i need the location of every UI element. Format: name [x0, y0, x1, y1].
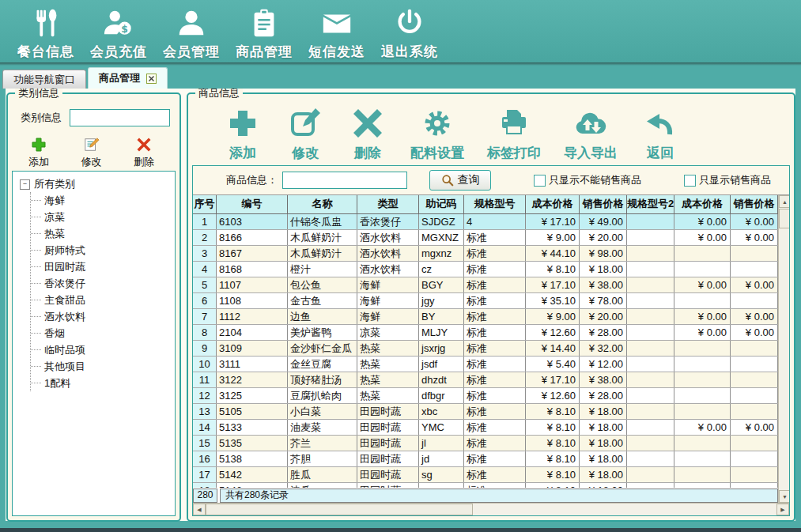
toolbar-item-product_manage[interactable]: 商品管理 [228, 7, 300, 61]
table-row[interactable]: 93109金沙虾仁金瓜热菜jsxrjg标准¥ 14.40¥ 32.00 [193, 341, 778, 357]
tree-item-凉菜[interactable]: 凉菜 [31, 209, 175, 225]
table-cell [731, 262, 778, 277]
tree-item-主食甜品[interactable]: 主食甜品 [31, 292, 175, 308]
product-toolbar-delete-button[interactable]: 删除 [348, 108, 387, 162]
table-cell: 油麦菜 [288, 420, 357, 435]
scroll-left-icon[interactable]: ◀ [193, 504, 206, 515]
product-search-row: 商品信息： 查询 只显示不能销售商品 只显示销售商品 [193, 166, 789, 195]
checkbox-icon[interactable] [534, 175, 546, 187]
tree-item-热菜[interactable]: 热菜 [31, 225, 175, 242]
tree-item-厨师特式[interactable]: 厨师特式 [31, 242, 175, 258]
table-row[interactable]: 135105小白菜田园时蔬xbc标准¥ 8.10¥ 18.00 [193, 404, 778, 420]
table-row[interactable]: 123125豆腐扒蛤肉热菜dfbgr标准¥ 12.60¥ 28.00 [193, 388, 778, 404]
tree-item-田园时蔬[interactable]: 田园时蔬 [31, 258, 175, 275]
table-cell: ¥ 18.00 [580, 451, 627, 466]
table-cell [674, 467, 731, 482]
column-header-7[interactable]: 销售价格 [580, 195, 627, 213]
table-row[interactable]: 51107包公鱼海鲜BGY标准¥ 17.10¥ 38.00¥ 0.00¥ 0.0… [193, 277, 778, 293]
toolbar-item-fork_spoon[interactable]: 餐台信息 [9, 7, 82, 61]
table-row[interactable]: 28166木瓜鲜奶汁酒水饮料MGXNZ标准¥ 9.00¥ 20.00¥ 0.00… [193, 230, 778, 246]
product-toolbar-gear-button[interactable]: 配料设置 [410, 108, 464, 162]
product-toolbar-plus-button[interactable]: 添加 [223, 108, 263, 162]
checkbox-hide-unsellable[interactable]: 只显示不能销售商品 [534, 173, 641, 187]
category-note-edit-button[interactable]: 修改 [81, 137, 102, 169]
checkbox-icon[interactable] [684, 175, 696, 187]
category-delete-red-button[interactable]: 删除 [134, 137, 154, 169]
table-cell [731, 436, 778, 451]
table-row[interactable]: 145133油麦菜田园时蔬YMC标准¥ 8.10¥ 18.00¥ 0.00¥ 0… [193, 420, 778, 436]
tree-item-香烟[interactable]: 香烟 [31, 325, 175, 341]
window-bottom-edge [0, 528, 801, 532]
tab-close-icon[interactable] [146, 74, 157, 84]
horizontal-scroll-thumb[interactable] [206, 504, 473, 515]
product-toolbar-import-export-button[interactable]: 导入导出 [564, 108, 618, 162]
tree-expander-icon[interactable]: − [20, 179, 30, 190]
product-toolbar-back-button[interactable]: 返回 [640, 108, 680, 162]
query-button[interactable]: 查询 [429, 170, 491, 191]
grid-column-area: 序号编号名称类型助记码规格型号成本价格销售价格规格型号2成本价格销售价格 161… [193, 195, 778, 503]
table-cell: ¥ 5.40 [526, 357, 580, 372]
product-search-input[interactable] [282, 172, 407, 189]
table-cell: 标准 [464, 325, 526, 340]
table-cell: 8166 [217, 230, 288, 245]
vertical-scroll-track[interactable] [779, 228, 789, 490]
toolbar-item-sms_send[interactable]: 短信发送 [300, 7, 373, 61]
tab-功能导航窗口[interactable]: 功能导航窗口 [2, 70, 86, 89]
product-toolbar-edit-button[interactable]: 修改 [285, 108, 325, 162]
table-row[interactable]: 61108金古鱼海鲜jgy标准¥ 35.10¥ 78.00 [193, 293, 778, 309]
table-row[interactable]: 71112边鱼海鲜BY标准¥ 9.00¥ 20.00¥ 0.00¥ 0.00 [193, 309, 778, 325]
column-header-1[interactable]: 编号 [217, 195, 288, 213]
tree-root-all-categories[interactable]: − 所有类别 [17, 176, 175, 192]
tree-item-临时品项[interactable]: 临时品项 [31, 341, 175, 358]
table-row[interactable]: 48168橙汁酒水饮料cz标准¥ 8.10¥ 18.00 [193, 262, 778, 277]
table-row[interactable]: 103111金丝豆腐热菜jsdf标准¥ 5.40¥ 12.00 [193, 357, 778, 372]
table-cell: 标准 [464, 357, 526, 372]
scroll-up-icon[interactable]: ▲ [779, 195, 789, 208]
table-cell: ¥ 0.00 [731, 230, 778, 245]
table-cell [674, 436, 731, 451]
toolbar-item-power_exit[interactable]: 退出系统 [373, 7, 446, 61]
note-edit-icon [84, 137, 100, 153]
table-cell: 8167 [217, 246, 288, 261]
scroll-down-icon[interactable]: ▼ [779, 490, 789, 503]
table-row[interactable]: 16103什锦冬瓜盅香浓煲仔SJDGZ4¥ 17.10¥ 49.00¥ 0.00… [193, 214, 778, 230]
column-header-5[interactable]: 规格型号 [464, 195, 526, 213]
column-header-3[interactable]: 类型 [357, 195, 419, 213]
column-header-6[interactable]: 成本价格 [526, 195, 580, 213]
checkbox-show-sellable[interactable]: 只显示销售商品 [684, 173, 771, 187]
tree-item-其他项目[interactable]: 其他项目 [31, 358, 175, 375]
table-cell: ¥ 18.00 [580, 420, 627, 435]
table-cell: 标准 [464, 246, 526, 261]
column-header-4[interactable]: 助记码 [419, 195, 464, 213]
column-header-9[interactable]: 成本价格 [674, 195, 731, 213]
table-row[interactable]: 175142胜瓜田园时蔬sg标准¥ 8.10¥ 18.00 [193, 467, 778, 483]
toolbar-item-member_recharge[interactable]: $会员充值 [82, 7, 155, 61]
table-cell [674, 357, 731, 372]
tree-item-香浓煲仔[interactable]: 香浓煲仔 [31, 275, 175, 292]
table-row[interactable]: 82104美炉酱鸭凉菜MLJY标准¥ 12.60¥ 28.00¥ 0.00¥ 0… [193, 325, 778, 341]
column-header-2[interactable]: 名称 [288, 195, 357, 213]
table-row[interactable]: 38167木瓜鲜奶汁酒水饮料mgxnz标准¥ 44.10¥ 98.00 [193, 246, 778, 262]
tree-item-1配料[interactable]: 1配料 [31, 375, 175, 391]
category-name-input[interactable] [70, 109, 170, 126]
toolbar-button-label: 导入导出 [564, 144, 618, 162]
tree-item-海鲜[interactable]: 海鲜 [31, 192, 175, 209]
horizontal-scroll-track[interactable] [473, 504, 776, 515]
column-header-8[interactable]: 规格型号2 [627, 195, 674, 213]
horizontal-scrollbar[interactable]: ◀ ▶ [193, 503, 789, 515]
tree-item-酒水饮料[interactable]: 酒水饮料 [31, 308, 175, 325]
table-row[interactable]: 165138芥胆田园时蔬jd标准¥ 8.10¥ 18.00 [193, 451, 778, 467]
vertical-scrollbar[interactable]: ▲ ▼ [778, 195, 789, 503]
vertical-scroll-thumb[interactable] [779, 209, 789, 228]
scroll-right-icon[interactable]: ▶ [776, 504, 789, 515]
table-row[interactable]: 113122顶好猪肚汤热菜dhzdt标准¥ 17.10¥ 38.00 [193, 372, 778, 388]
table-row[interactable]: 155135芥兰田园时蔬jl标准¥ 8.10¥ 18.00 [193, 436, 778, 451]
column-header-0[interactable]: 序号 [193, 195, 217, 213]
product-toolbar-printer-button[interactable]: 标签打印 [487, 108, 541, 162]
toolbar-item-member_manage[interactable]: 会员管理 [155, 7, 228, 61]
tab-商品管理[interactable]: 商品管理 [88, 67, 168, 89]
table-cell: 标准 [464, 388, 526, 403]
category-plus-green-button[interactable]: 添加 [28, 137, 49, 169]
tree-item-label: 1配料 [44, 376, 70, 391]
column-header-10[interactable]: 销售价格 [731, 195, 778, 213]
